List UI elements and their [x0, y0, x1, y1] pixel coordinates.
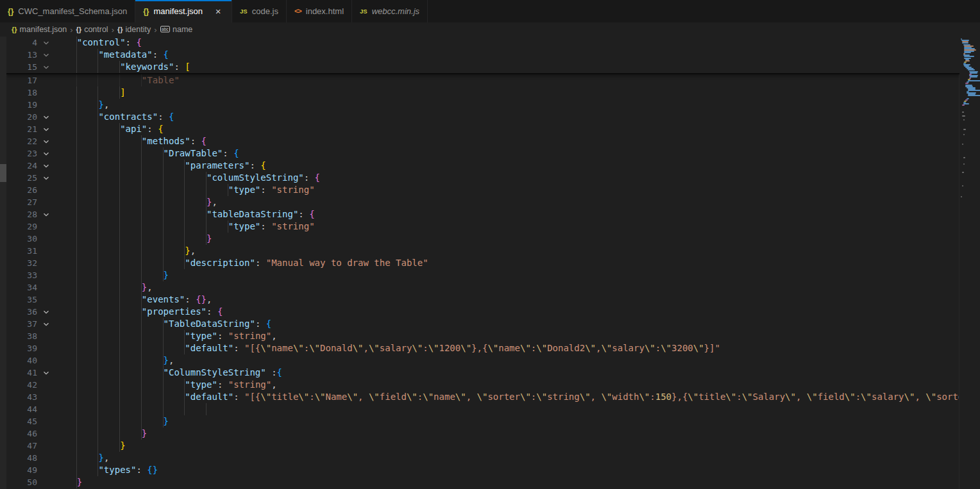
code-line-27[interactable]: 27 },	[6, 196, 959, 208]
code-line-41[interactable]: 41 "ColumnStyleString" :{	[6, 367, 959, 379]
line-number: 44	[6, 403, 37, 415]
line-number: 31	[6, 245, 37, 257]
code-line-47[interactable]: 47 }	[6, 440, 959, 452]
symbol-string-icon: abc	[160, 26, 170, 33]
fold-chevron-down-icon[interactable]	[37, 318, 55, 330]
code-line-21[interactable]: 21 "api": {	[6, 123, 959, 135]
code-line-50[interactable]: 50 }	[6, 476, 959, 488]
line-number: 27	[6, 196, 37, 208]
code-line-26[interactable]: 26 "type": "string"	[6, 184, 959, 196]
fold-chevron-down-icon[interactable]	[37, 367, 55, 379]
code-line-20[interactable]: 20 "contracts": {	[6, 111, 959, 123]
code-text: "Table"	[55, 74, 959, 87]
close-icon[interactable]: ×	[212, 6, 224, 17]
breadcrumb-separator-icon: ›	[112, 25, 114, 35]
code-line-17[interactable]: 17 "Table"	[6, 74, 959, 87]
js-icon: JS	[240, 8, 248, 15]
line-number: 49	[6, 464, 37, 476]
line-number: 35	[6, 294, 37, 306]
fold-gutter	[37, 87, 55, 99]
code-line-18[interactable]: 18 ]	[6, 87, 959, 99]
code-line-25[interactable]: 25 "columStyleString": {	[6, 172, 959, 184]
code-line-43[interactable]: 43 "default": "[{\"title\":\"Name\", \"f…	[6, 391, 959, 403]
fold-chevron-down-icon[interactable]	[37, 49, 55, 61]
code-line-49[interactable]: 49 "types": {}	[6, 464, 959, 476]
code-line-23[interactable]: 23 "DrawTable": {	[6, 147, 959, 160]
line-number: 34	[6, 281, 37, 294]
left-scrollbar-thumb[interactable]	[0, 164, 6, 182]
line-number: 47	[6, 440, 37, 452]
code-text: }	[55, 427, 959, 440]
code-line-22[interactable]: 22 "methods": {	[6, 135, 959, 147]
sticky-line-4[interactable]: 4 "control": {	[6, 37, 959, 49]
breadcrumb-item-control[interactable]: {}control	[76, 25, 108, 34]
code-text: "type": "string"	[55, 184, 959, 196]
code-line-32[interactable]: 32 "description": "Manual way to draw th…	[6, 257, 959, 269]
breadcrumb-item-manifest-json[interactable]: {}manifest.json	[12, 25, 67, 34]
minimap-mark	[963, 163, 965, 165]
code-text: }	[55, 476, 959, 488]
line-number: 46	[6, 427, 37, 440]
code-line-48[interactable]: 48 },	[6, 452, 959, 464]
code-line-29[interactable]: 29 "type": "string"	[6, 220, 959, 233]
json-braces-icon: {}	[12, 26, 17, 33]
code-text: "control": {	[55, 37, 959, 49]
tab-cwc-manifest-schema-json[interactable]: {}CWC_manifest_Schema.json	[0, 0, 135, 22]
fold-chevron-down-icon[interactable]	[37, 172, 55, 184]
symbol-object-icon: {}	[117, 26, 123, 33]
breadcrumb-item-name[interactable]: abcname	[160, 25, 193, 34]
fold-chevron-down-icon[interactable]	[37, 111, 55, 123]
code-line-36[interactable]: 36 "properties": {	[6, 306, 959, 318]
minimap-mark	[962, 115, 966, 117]
fold-chevron-down-icon[interactable]	[37, 135, 55, 147]
code-line-19[interactable]: 19 },	[6, 99, 959, 111]
tab-code-js[interactable]: JScode.js	[232, 0, 287, 22]
sticky-line-13[interactable]: 13 "metadata": {	[6, 49, 959, 61]
tab-label: index.html	[306, 6, 344, 16]
code-text: "events": {},	[55, 294, 959, 306]
line-number: 13	[6, 49, 37, 61]
code-line-40[interactable]: 40 },	[6, 354, 959, 367]
fold-chevron-down-icon[interactable]	[37, 61, 55, 73]
tab-index-html[interactable]: <>index.html	[287, 0, 352, 22]
code-text: },	[55, 452, 959, 464]
code-line-31[interactable]: 31 },	[6, 245, 959, 257]
code-line-42[interactable]: 42 "type": "string",	[6, 379, 959, 391]
code-line-34[interactable]: 34 },	[6, 281, 959, 294]
editor-code-area[interactable]: 4 "control": {13 "metadata": {15 "keywor…	[6, 37, 959, 489]
line-number: 4	[6, 37, 37, 49]
breadcrumb-item-identity[interactable]: {}identity	[117, 25, 151, 34]
minimap[interactable]	[959, 37, 980, 489]
code-line-37[interactable]: 37 "TableDataString": {	[6, 318, 959, 330]
code-line-38[interactable]: 38 "type": "string",	[6, 330, 959, 342]
code-line-46[interactable]: 46 }	[6, 427, 959, 440]
code-line-39[interactable]: 39 "default": "[{\"name\":\"Donald\",\"s…	[6, 342, 959, 354]
fold-chevron-down-icon[interactable]	[37, 160, 55, 172]
line-number: 30	[6, 233, 37, 245]
line-number: 45	[6, 415, 37, 427]
code-line-35[interactable]: 35 "events": {},	[6, 294, 959, 306]
line-number: 33	[6, 269, 37, 281]
fold-chevron-down-icon[interactable]	[37, 123, 55, 135]
code-line-30[interactable]: 30 }	[6, 233, 959, 245]
tab-manifest-json[interactable]: {}manifest.json×	[135, 0, 232, 22]
code-text: }	[55, 440, 959, 452]
line-number: 28	[6, 208, 37, 220]
tab-webcc-min-js[interactable]: JSwebcc.min.js	[352, 0, 428, 22]
fold-chevron-down-icon[interactable]	[37, 208, 55, 220]
code-line-44[interactable]: 44	[6, 403, 959, 415]
fold-chevron-down-icon[interactable]	[37, 37, 55, 49]
minimap-mark	[963, 134, 965, 135]
code-text: "parameters": {	[55, 160, 959, 172]
breadcrumb-separator-icon: ›	[70, 25, 72, 35]
breadcrumb-label: manifest.json	[20, 25, 67, 34]
fold-gutter	[37, 427, 55, 440]
code-line-24[interactable]: 24 "parameters": {	[6, 160, 959, 172]
sticky-line-15[interactable]: 15 "keywords": [	[6, 61, 959, 73]
code-line-45[interactable]: 45 }	[6, 415, 959, 427]
line-number: 20	[6, 111, 37, 123]
fold-chevron-down-icon[interactable]	[37, 147, 55, 160]
code-line-33[interactable]: 33 }	[6, 269, 959, 281]
fold-chevron-down-icon[interactable]	[37, 306, 55, 318]
code-line-28[interactable]: 28 "tableDataString": {	[6, 208, 959, 220]
